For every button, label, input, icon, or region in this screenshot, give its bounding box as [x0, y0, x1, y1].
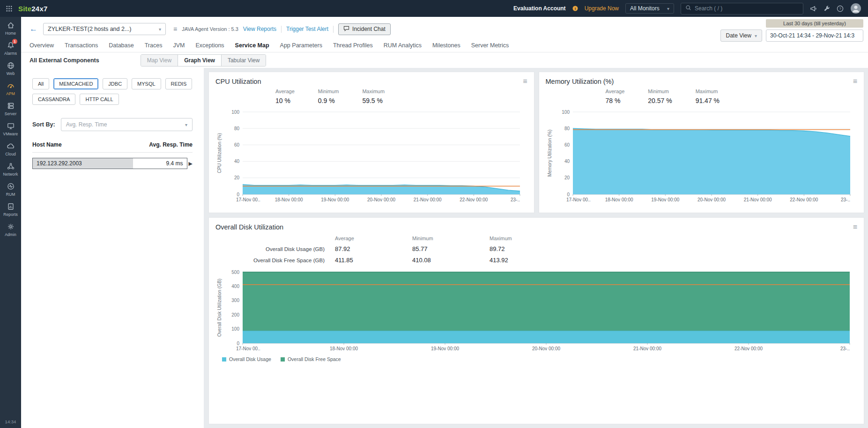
row-label: Overall Disk Free Space (GB) — [215, 258, 335, 263]
stat-average: Average 10 % — [275, 89, 295, 104]
divider — [333, 26, 334, 33]
help-icon[interactable]: ? — [837, 5, 844, 12]
tools-icon[interactable] — [823, 5, 830, 12]
tab-server-metrics[interactable]: Server Metrics — [471, 42, 509, 49]
info-icon[interactable]: i — [572, 6, 578, 11]
sidebar-item-network[interactable]: Network — [0, 159, 21, 179]
incident-chat-button[interactable]: Incident Chat — [338, 23, 391, 35]
host-name: 192.123.292.2003 — [33, 160, 82, 167]
tab-database[interactable]: Database — [109, 42, 134, 49]
svg-text:80: 80 — [234, 126, 240, 131]
cloud-icon — [7, 142, 15, 150]
svg-text:20: 20 — [564, 175, 570, 180]
chevron-down-icon: ▾ — [755, 33, 757, 38]
sidebar-item-alarms[interactable]: 1 Alarms — [0, 38, 21, 59]
announcements-icon[interactable] — [810, 5, 817, 12]
card-menu-icon[interactable]: ≡ — [853, 223, 857, 231]
chevron-down-icon: ▾ — [159, 27, 161, 32]
app-selector-dropdown[interactable]: ZYLKER-TEST(2 hosts and 2...) ▾ — [43, 23, 166, 35]
card-menu-icon[interactable]: ≡ — [853, 78, 857, 85]
chat-bubble-icon — [343, 26, 349, 33]
sidebar-item-vmware[interactable]: VMware — [0, 119, 21, 139]
vmware-monitor-icon — [7, 122, 15, 130]
sidebar-item-apm[interactable]: APM — [0, 79, 21, 99]
svg-text:20: 20 — [234, 175, 240, 180]
content: All MEMCACHED JDBC MYSQL REDIS CASSANDRA… — [21, 68, 868, 428]
upgrade-now-link[interactable]: Upgrade Now — [585, 5, 619, 12]
cpu-utilization-card: CPU Utilization ≡ Average 10 % Minimum — [208, 72, 534, 213]
stat-minimum: Minimum 20.57 % — [648, 89, 672, 104]
tab-overview[interactable]: Overview — [30, 42, 54, 49]
back-arrow-icon[interactable]: ← — [30, 24, 37, 34]
svg-text:CPU Utilization (%): CPU Utilization (%) — [217, 133, 222, 173]
server-icon — [7, 102, 15, 110]
tab-rum-analytics[interactable]: RUM Analytics — [384, 42, 422, 49]
tab-jvm[interactable]: JVM — [173, 42, 185, 49]
sidebar-item-cloud[interactable]: Cloud — [0, 139, 21, 159]
globe-icon — [7, 61, 15, 70]
chip-redis[interactable]: REDIS — [165, 78, 193, 89]
card-title: CPU Utilization — [215, 78, 261, 85]
tabular-view-button[interactable]: Tabular View — [222, 55, 266, 66]
rum-pulse-icon — [7, 182, 15, 191]
agent-menu-icon[interactable]: ≡ — [173, 25, 177, 33]
sidebar-item-label: Web — [7, 71, 15, 76]
avatar[interactable] — [850, 3, 861, 14]
search-input[interactable] — [695, 5, 799, 12]
tab-thread-profiles[interactable]: Thread Profiles — [333, 42, 373, 49]
chevron-down-icon: ▾ — [667, 6, 669, 11]
view-reports-link[interactable]: View Reports — [243, 26, 276, 32]
disk-chart-legend: Overall Disk Usage Overall Disk Free Spa… — [222, 356, 857, 362]
site24x7-app: Site24x7 Evaluation Account i Upgrade No… — [0, 0, 868, 428]
tab-traces[interactable]: Traces — [145, 42, 163, 49]
all-monitors-dropdown[interactable]: All Monitors ▾ — [625, 3, 674, 14]
sidebar-item-label: APM — [6, 91, 15, 96]
date-range-input[interactable]: 30-Oct-21 14:34 - 29-Nov-21 14:3 — [766, 30, 863, 42]
view-toggle: Map View Graph View Tabular View — [141, 54, 267, 66]
host-row-wrap: 192.123.292.2003 9.4 ms ▶ — [32, 158, 193, 169]
tab-milestones[interactable]: Milestones — [432, 42, 460, 49]
trigger-test-alert-link[interactable]: Trigger Test Alert — [286, 26, 328, 32]
search-box[interactable] — [681, 3, 803, 15]
sidebar-item-rum[interactable]: RUM — [0, 179, 21, 199]
section-title: All External Components — [30, 57, 99, 64]
tab-app-parameters[interactable]: App Parameters — [280, 42, 322, 49]
chip-http-call[interactable]: HTTP CALL — [80, 94, 119, 105]
svg-text:18-Nov 00:00: 18-Nov 00:00 — [605, 197, 633, 202]
svg-text:300: 300 — [231, 298, 239, 303]
sidebar-item-reports[interactable]: Reports — [0, 199, 21, 220]
tab-transactions[interactable]: Transactions — [65, 42, 98, 49]
host-row[interactable]: 192.123.292.2003 9.4 ms — [32, 158, 187, 169]
graph-view-button[interactable]: Graph View — [178, 55, 222, 66]
app-selector-value: ZYLKER-TEST(2 hosts and 2...) — [48, 26, 132, 32]
host-table-header: Host Name Avg. Resp. Time — [32, 141, 193, 153]
sort-by-dropdown[interactable]: Avg. Resp. Time ▾ — [61, 118, 193, 131]
sidebar-item-label: Admin — [5, 232, 16, 237]
sidebar-item-server[interactable]: Server — [0, 99, 21, 119]
chip-memcached[interactable]: MEMCACHED — [53, 78, 98, 89]
tab-service-map[interactable]: Service Map — [235, 42, 269, 49]
map-view-button[interactable]: Map View — [141, 55, 178, 66]
stat-label: Minimum — [648, 89, 672, 94]
apps-grid-icon[interactable] — [6, 5, 13, 12]
svg-text:19-Nov 00:00: 19-Nov 00:00 — [321, 197, 349, 202]
sidebar-item-home[interactable]: Home — [0, 18, 21, 38]
stat-value: 0.9 % — [318, 97, 339, 104]
disk-usage-minimum: 85.77 — [412, 245, 490, 252]
stat-label: Minimum — [318, 89, 339, 94]
sidebar-item-web[interactable]: Web — [0, 59, 21, 79]
chip-all[interactable]: All — [32, 78, 49, 89]
sidebar-item-admin[interactable]: Admin — [0, 220, 21, 240]
svg-text:22-Nov 00:00: 22-Nov 00:00 — [734, 346, 763, 351]
sidebar-item-label: VMware — [3, 132, 18, 136]
host-row-arrow-icon[interactable]: ▶ — [189, 161, 193, 167]
column-average: Average — [335, 236, 412, 241]
date-view-button[interactable]: Date View ▾ — [720, 30, 762, 42]
chip-jdbc[interactable]: JDBC — [103, 78, 127, 89]
card-menu-icon[interactable]: ≡ — [523, 78, 527, 85]
svg-text:0: 0 — [237, 192, 239, 197]
tab-exceptions[interactable]: Exceptions — [195, 42, 224, 49]
svg-text:100: 100 — [231, 326, 239, 332]
chip-mysql[interactable]: MYSQL — [132, 78, 161, 89]
chip-cassandra[interactable]: CASSANDRA — [32, 94, 75, 105]
